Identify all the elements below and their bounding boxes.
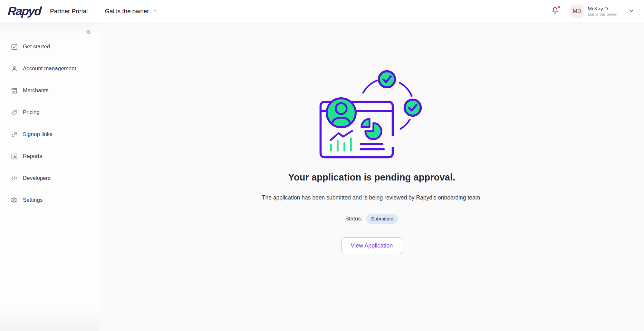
check-circle <box>379 71 395 87</box>
user-info: McKay D Gal is the owner <box>588 5 618 17</box>
sidebar-item-label: Pricing <box>23 109 40 116</box>
sidebar-item-account-management[interactable]: Account management <box>0 58 99 80</box>
gear-icon <box>11 197 18 204</box>
portal-title: Partner Portal <box>50 8 88 15</box>
sidebar-nav: Get started Account management <box>0 36 99 211</box>
illustration-avatar <box>327 98 356 129</box>
sidebar-item-merchants[interactable]: Merchants <box>0 80 99 102</box>
price-tag-icon <box>11 109 18 116</box>
storefront-icon <box>11 87 18 94</box>
checkbox-icon <box>11 43 18 51</box>
workspace-selector-label: Gal is the owner <box>105 8 149 15</box>
sidebar-item-label: Get started <box>23 44 50 50</box>
status-row: Status: Submitted <box>345 214 399 224</box>
sidebar-item-developers[interactable]: Developers <box>0 167 99 189</box>
top-header: Rapyd Partner Portal Gal is the owner MD… <box>0 0 644 23</box>
sidebar: Get started Account management <box>0 23 99 331</box>
sidebar-item-label: Account management <box>23 65 76 72</box>
check-circle <box>405 100 421 116</box>
person-icon <box>11 65 18 73</box>
sidebar-item-pricing[interactable]: Pricing <box>0 102 99 123</box>
chevron-down-icon <box>152 8 158 15</box>
orbit-arc <box>363 81 377 93</box>
orbit-arc <box>400 120 410 129</box>
bar-chart-icon <box>11 153 18 160</box>
sidebar-item-settings[interactable]: Settings <box>0 189 99 211</box>
link-icon <box>11 131 18 138</box>
sidebar-item-label: Reports <box>23 153 42 160</box>
workspace-selector[interactable]: Gal is the owner <box>105 8 157 15</box>
sidebar-item-label: Settings <box>23 197 43 203</box>
orbit-arc <box>400 83 412 96</box>
notification-unread-dot <box>557 5 561 9</box>
status-badge: Submitted <box>366 214 399 224</box>
sidebar-item-label: Merchants <box>23 87 48 94</box>
sidebar-item-get-started[interactable]: Get started <box>0 36 99 58</box>
main-content: Your application is pending approval. Th… <box>100 23 644 331</box>
user-role: Gal is the owner <box>588 12 618 17</box>
status-label: Status: <box>345 216 362 222</box>
user-avatar[interactable]: MD <box>570 5 584 18</box>
sidebar-item-label: Developers <box>23 175 51 181</box>
view-application-button[interactable]: View Application <box>341 237 402 254</box>
sidebar-item-signup-links[interactable]: Signup links <box>0 123 99 145</box>
sidebar-item-reports[interactable]: Reports <box>0 145 99 167</box>
rapyd-logo: Rapyd <box>7 5 51 18</box>
bell-icon <box>551 10 559 16</box>
notifications-button[interactable] <box>551 6 559 16</box>
page-subtext: The application has been submitted and i… <box>262 194 482 201</box>
page-title: Your application is pending approval. <box>288 172 456 183</box>
user-menu-button[interactable] <box>629 8 634 15</box>
code-icon <box>11 175 18 182</box>
header-divider <box>96 6 96 16</box>
sidebar-item-label: Signup links <box>23 131 53 138</box>
user-name: McKay D <box>588 5 618 12</box>
pending-approval-illustration <box>317 68 427 162</box>
